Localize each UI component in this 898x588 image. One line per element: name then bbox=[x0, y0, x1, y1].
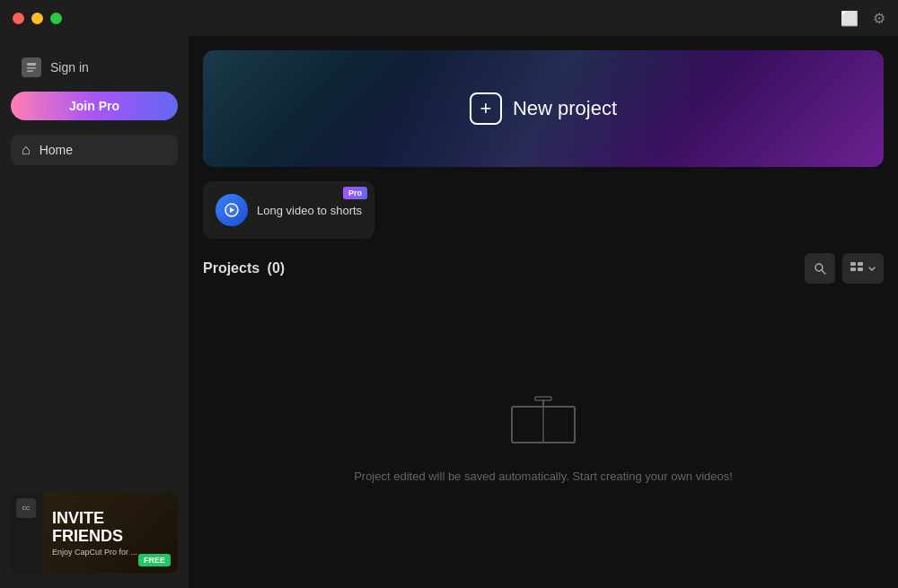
search-button[interactable] bbox=[805, 253, 835, 284]
sidebar: Sign in Join Pro ⌂ Home CC INVITEFRIENDS… bbox=[0, 36, 189, 588]
long-video-to-shorts-card[interactable]: Pro Long video to shorts bbox=[203, 181, 374, 239]
join-pro-button[interactable]: Join Pro bbox=[11, 92, 178, 120]
home-label: Home bbox=[40, 143, 73, 157]
empty-state-text: Project edited will be saved automatical… bbox=[354, 470, 733, 483]
empty-project-icon bbox=[503, 389, 584, 455]
long-video-to-shorts-label: Long video to shorts bbox=[257, 204, 362, 217]
minimize-button[interactable] bbox=[31, 13, 43, 24]
close-button[interactable] bbox=[13, 13, 24, 24]
video-to-shorts-icon bbox=[216, 194, 248, 226]
projects-title: Projects (0) bbox=[203, 260, 285, 276]
sign-in-icon bbox=[22, 57, 41, 77]
monitor-icon[interactable]: ⬜ bbox=[841, 10, 858, 27]
title-bar: ⬜ ⚙ bbox=[0, 0, 898, 36]
maximize-button[interactable] bbox=[50, 13, 62, 24]
sign-in-button[interactable]: Sign in bbox=[11, 50, 178, 84]
invite-banner[interactable]: CC INVITEFRIENDS Enjoy CapCut Pro for ..… bbox=[11, 493, 178, 574]
svg-rect-1 bbox=[27, 67, 36, 69]
settings-icon[interactable]: ⚙ bbox=[873, 10, 885, 27]
svg-rect-8 bbox=[850, 268, 856, 271]
svg-line-5 bbox=[822, 270, 825, 274]
svg-rect-12 bbox=[535, 397, 551, 400]
projects-header: Projects (0) bbox=[203, 253, 884, 284]
sidebar-top: Sign in Join Pro ⌂ Home bbox=[11, 50, 178, 165]
new-project-label: New project bbox=[513, 97, 617, 120]
capcut-logo-icon: CC bbox=[16, 498, 36, 518]
projects-count: (0) bbox=[268, 260, 286, 276]
svg-rect-0 bbox=[27, 63, 36, 66]
empty-state: Project edited will be saved automatical… bbox=[203, 298, 884, 574]
free-badge: FREE bbox=[138, 554, 171, 566]
svg-rect-7 bbox=[858, 262, 863, 266]
invite-title: INVITEFRIENDS bbox=[52, 510, 169, 546]
feature-cards: Pro Long video to shorts bbox=[203, 181, 884, 239]
title-bar-icons: ⬜ ⚙ bbox=[841, 10, 885, 27]
invite-logo: CC bbox=[11, 493, 43, 574]
home-item[interactable]: ⌂ Home bbox=[11, 135, 178, 165]
main-layout: Sign in Join Pro ⌂ Home CC INVITEFRIENDS… bbox=[0, 36, 898, 588]
home-icon: ⌂ bbox=[22, 142, 31, 158]
sign-in-label: Sign in bbox=[50, 60, 89, 75]
view-toggle-button[interactable] bbox=[842, 253, 884, 284]
content-area: + New project Pro Long video to shorts P… bbox=[189, 36, 898, 588]
new-project-plus-icon: + bbox=[470, 92, 502, 125]
svg-rect-6 bbox=[850, 262, 856, 266]
invite-content: INVITEFRIENDS Enjoy CapCut Pro for ... F… bbox=[43, 493, 178, 574]
svg-rect-9 bbox=[858, 268, 863, 271]
projects-controls bbox=[805, 253, 884, 284]
pro-badge: Pro bbox=[343, 187, 367, 199]
new-project-banner[interactable]: + New project bbox=[203, 50, 884, 167]
svg-rect-2 bbox=[27, 71, 33, 73]
traffic-lights bbox=[13, 13, 62, 24]
